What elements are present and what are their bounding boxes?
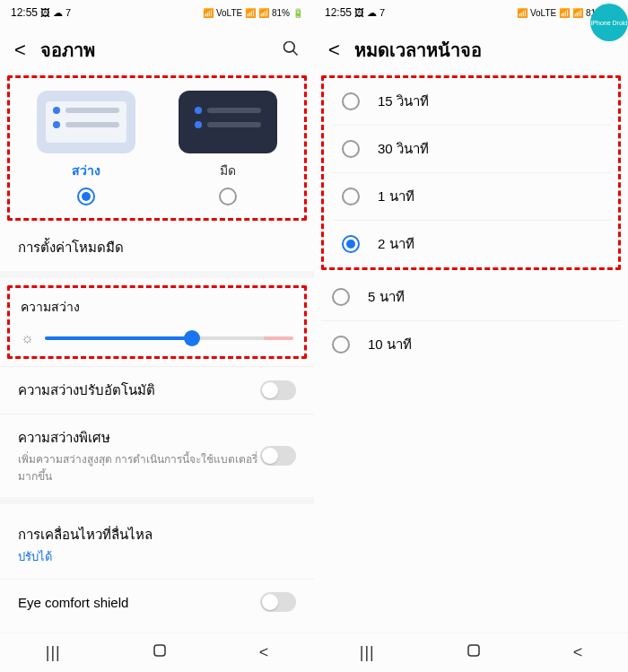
app-icon: 7	[65, 7, 71, 18]
navigation-bar: ||| <	[0, 633, 314, 672]
auto-brightness-toggle[interactable]	[260, 380, 296, 400]
watermark-badge: iPhone Droid	[590, 4, 628, 41]
light-preview	[37, 91, 135, 153]
status-bar: 12:55 🖼 ☁ 7 📶 VoLTE 📶 📶 81% 🔋	[0, 0, 314, 25]
timeout-radio[interactable]	[342, 92, 360, 110]
status-bar: 12:55 🖼 ☁ 7 📶 VoLTE 📶 📶 81% 🔋	[314, 0, 628, 25]
signal-icon: 📶 📶	[245, 8, 269, 18]
back-button[interactable]: <	[14, 39, 26, 62]
timeout-radio[interactable]	[342, 188, 360, 205]
eye-comfort-row: Eye comfort shield	[0, 579, 314, 624]
volte-label: VoLTE	[216, 8, 242, 18]
timeout-option[interactable]: 1 นาที	[331, 173, 611, 221]
status-time: 12:55	[11, 6, 38, 19]
motion-link: ปรับได้	[18, 547, 296, 566]
timeout-option[interactable]: 10 นาที	[321, 321, 621, 368]
eye-comfort-toggle[interactable]	[260, 592, 296, 612]
header: < หมดเวลาหน้าจอ	[314, 25, 628, 72]
brightness-highlight: ความสว่าง ☼	[7, 285, 307, 359]
timeout-option[interactable]: 5 นาที	[321, 274, 621, 321]
timeout-label: 10 นาที	[368, 334, 412, 355]
battery-icon: 🔋	[292, 8, 303, 18]
timeout-option[interactable]: 15 วินาที	[331, 78, 611, 126]
timeout-radio[interactable]	[342, 235, 360, 253]
timeout-label: 1 นาที	[378, 186, 414, 207]
image-icon: 🖼	[40, 7, 50, 18]
motion-smoothness-row[interactable]: การเคลื่อนไหวที่ลื่นไหล ปรับได้	[0, 511, 314, 579]
timeout-label: 5 นาที	[368, 286, 405, 308]
timeout-radio[interactable]	[342, 140, 360, 158]
home-button[interactable]	[152, 642, 168, 663]
search-icon[interactable]	[282, 39, 300, 62]
wifi-icon: 📶	[203, 8, 214, 18]
back-nav-button[interactable]: <	[259, 643, 269, 662]
light-label: สว่าง	[72, 161, 100, 180]
status-time: 12:55	[325, 6, 352, 19]
timeout-label: 30 วินาที	[378, 138, 429, 160]
display-settings-screen: 12:55 🖼 ☁ 7 📶 VoLTE 📶 📶 81% 🔋 < จอภาพ	[0, 0, 314, 672]
home-button[interactable]	[466, 642, 482, 663]
dark-radio[interactable]	[219, 188, 237, 205]
image-icon: 🖼	[354, 7, 364, 18]
page-title: หมดเวลาหน้าจอ	[354, 36, 614, 65]
timeout-radio[interactable]	[332, 288, 350, 306]
screen-timeout-screen: 12:55 🖼 ☁ 7 📶 VoLTE 📶 📶 81% 🔋 < หมดเวลาห…	[314, 0, 628, 672]
theme-option-dark[interactable]: มืด	[179, 91, 277, 205]
eye-comfort-label: Eye comfort shield	[18, 595, 260, 610]
volte-label: VoLTE	[530, 8, 556, 18]
battery-label: 81%	[272, 8, 290, 18]
header: < จอภาพ	[0, 25, 314, 72]
sun-icon: ☼	[21, 330, 34, 346]
wifi-icon: 📶	[517, 8, 528, 18]
weather-icon: ☁	[53, 7, 63, 19]
timeout-option[interactable]: 30 วินาที	[331, 126, 611, 173]
extra-brightness-sub: เพิ่มความสว่างสูงสุด การดำเนินการนี้จะใช…	[18, 450, 260, 484]
recent-apps-button[interactable]: |||	[360, 643, 375, 662]
timeout-highlight: 15 วินาที30 วินาที1 นาที2 นาที	[321, 75, 621, 270]
extra-brightness-title: ความสว่างพิเศษ	[18, 427, 260, 449]
svg-line-1	[293, 50, 298, 55]
navigation-bar: ||| <	[314, 633, 628, 672]
extra-brightness-toggle[interactable]	[260, 446, 296, 466]
auto-brightness-label: ความสว่างปรับอัตโนมัติ	[18, 380, 260, 401]
extra-brightness-row: ความสว่างพิเศษ เพิ่มความสว่างสูงสุด การด…	[0, 414, 314, 497]
theme-selector-highlight: สว่าง มืด	[7, 75, 307, 221]
timeout-label: 15 วินาที	[378, 91, 429, 112]
brightness-label: ความสว่าง	[21, 297, 293, 317]
signal-icon: 📶 📶	[559, 8, 583, 18]
light-radio[interactable]	[77, 188, 95, 205]
timeout-label: 2 นาที	[378, 233, 414, 255]
back-nav-button[interactable]: <	[573, 643, 583, 662]
svg-rect-2	[154, 645, 165, 656]
brightness-slider[interactable]	[45, 329, 293, 347]
timeout-option[interactable]: 2 นาที	[331, 221, 611, 267]
dark-label: มืด	[220, 161, 236, 180]
timeout-radio[interactable]	[332, 336, 350, 353]
back-button[interactable]: <	[328, 39, 340, 62]
dark-preview	[179, 91, 277, 153]
weather-icon: ☁	[367, 7, 377, 19]
app-icon: 7	[379, 7, 385, 18]
svg-point-0	[284, 41, 295, 52]
recent-apps-button[interactable]: |||	[46, 643, 61, 662]
auto-brightness-row: ความสว่างปรับอัตโนมัติ	[0, 366, 314, 414]
theme-option-light[interactable]: สว่าง	[37, 91, 135, 205]
dark-mode-settings-row[interactable]: การตั้งค่าโหมดมืด	[0, 224, 314, 271]
page-title: จอภาพ	[40, 36, 267, 65]
svg-rect-3	[468, 645, 479, 656]
